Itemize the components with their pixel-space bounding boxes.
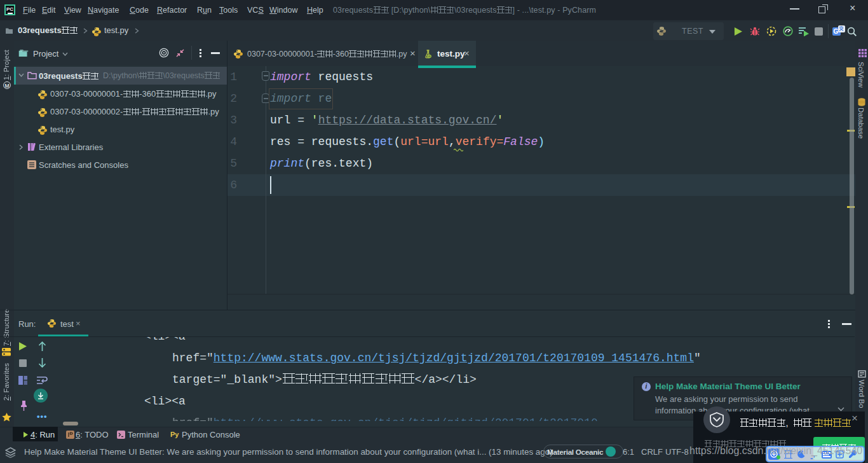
svg-text:G: G bbox=[834, 28, 839, 35]
